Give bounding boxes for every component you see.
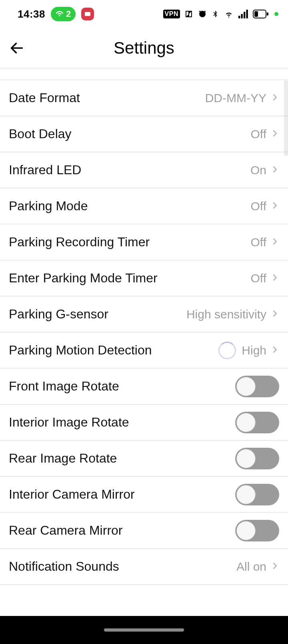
page-title: Settings bbox=[114, 38, 174, 58]
svg-rect-5 bbox=[267, 12, 268, 16]
status-time: 14:38 bbox=[18, 8, 45, 20]
nav-handle[interactable] bbox=[104, 628, 184, 632]
vpn-badge: VPN bbox=[163, 10, 180, 18]
toggle-rear_mirror[interactable] bbox=[235, 520, 279, 541]
chevron-right-icon bbox=[270, 235, 279, 250]
setting-row-parking_motion[interactable]: Parking Motion DetectionHigh bbox=[0, 332, 288, 368]
toggle-knob bbox=[236, 485, 256, 504]
setting-label: Enter Parking Mode Timer bbox=[9, 271, 251, 286]
setting-label: Interior Image Rotate bbox=[9, 415, 235, 430]
wifi-icon bbox=[223, 10, 234, 18]
app-header: Settings bbox=[0, 28, 288, 68]
signal-icon bbox=[238, 10, 249, 18]
chevron-right-icon bbox=[270, 343, 279, 358]
setting-value: All on bbox=[236, 560, 266, 574]
setting-row-interior_mirror[interactable]: Interior Camera Mirror bbox=[0, 477, 288, 513]
setting-row-infrared_led[interactable]: Infrared LEDOn bbox=[0, 152, 288, 188]
toggle-interior_mirror[interactable] bbox=[235, 484, 279, 505]
setting-value: Off bbox=[251, 272, 266, 285]
chevron-right-icon bbox=[270, 271, 279, 286]
chevron-right-icon bbox=[270, 127, 279, 142]
settings-list[interactable]: Date FormatDD-MM-YYBoot DelayOffInfrared… bbox=[0, 68, 288, 616]
setting-label: Parking Mode bbox=[9, 199, 251, 213]
status-bar: 14:38 2 VPN bbox=[0, 0, 288, 28]
system-nav-bar bbox=[0, 616, 288, 644]
svg-rect-6 bbox=[254, 11, 258, 17]
setting-label: Boot Delay bbox=[9, 127, 251, 141]
setting-label: Parking Motion Detection bbox=[9, 343, 218, 358]
setting-label: Parking Recording Timer bbox=[9, 235, 251, 250]
arrow-left-icon bbox=[9, 40, 25, 56]
setting-label: Rear Camera Mirror bbox=[9, 523, 235, 538]
setting-value: High sensitivity bbox=[186, 308, 266, 321]
screen-record-badge bbox=[81, 8, 94, 20]
setting-value: High bbox=[242, 344, 266, 357]
setting-label: Interior Camera Mirror bbox=[9, 487, 235, 502]
setting-row-rear_rotate[interactable]: Rear Image Rotate bbox=[0, 441, 288, 477]
chevron-right-icon bbox=[270, 307, 279, 322]
setting-row-date_format[interactable]: Date FormatDD-MM-YY bbox=[0, 80, 288, 116]
setting-label: Notification Sounds bbox=[9, 559, 236, 574]
scrollbar-thumb[interactable] bbox=[284, 80, 288, 156]
toggle-knob bbox=[236, 449, 256, 468]
setting-row-parking_gsensor[interactable]: Parking G-sensorHigh sensitivity bbox=[0, 296, 288, 332]
setting-value: Off bbox=[251, 199, 266, 213]
loading-spinner-icon bbox=[218, 342, 236, 359]
setting-row-interior_rotate[interactable]: Interior Image Rotate bbox=[0, 405, 288, 441]
setting-row-parking_mode[interactable]: Parking ModeOff bbox=[0, 188, 288, 224]
setting-label: Front Image Rotate bbox=[9, 379, 235, 394]
setting-label: Rear Image Rotate bbox=[9, 451, 235, 466]
toggle-rear_rotate[interactable] bbox=[235, 448, 279, 469]
hotspot-badge: 2 bbox=[51, 7, 76, 21]
setting-value: DD-MM-YY bbox=[205, 91, 266, 105]
hotspot-count: 2 bbox=[66, 9, 71, 19]
setting-row-parking_rec_timer[interactable]: Parking Recording TimerOff bbox=[0, 224, 288, 260]
setting-label: Parking G-sensor bbox=[9, 307, 186, 322]
toggle-interior_rotate[interactable] bbox=[235, 412, 279, 433]
setting-label: Date Format bbox=[9, 91, 205, 105]
battery-icon bbox=[253, 10, 269, 18]
list-scroll-gap bbox=[0, 68, 288, 80]
setting-row-front_rotate[interactable]: Front Image Rotate bbox=[0, 368, 288, 405]
toggle-knob bbox=[236, 521, 256, 540]
setting-value: Off bbox=[251, 127, 266, 141]
privacy-dot-icon bbox=[274, 12, 278, 16]
setting-row-boot_delay[interactable]: Boot DelayOff bbox=[0, 116, 288, 152]
svg-rect-3 bbox=[246, 10, 248, 18]
nfc-icon bbox=[184, 9, 194, 19]
chevron-right-icon bbox=[270, 163, 279, 178]
hotspot-icon bbox=[56, 10, 64, 18]
status-right: VPN bbox=[163, 9, 278, 19]
toggle-front_rotate[interactable] bbox=[235, 376, 279, 397]
chevron-right-icon bbox=[270, 559, 279, 574]
toggle-knob bbox=[236, 377, 256, 396]
toggle-knob bbox=[236, 413, 256, 432]
alarm-icon bbox=[198, 9, 207, 19]
chevron-right-icon bbox=[270, 199, 279, 214]
setting-row-rear_mirror[interactable]: Rear Camera Mirror bbox=[0, 513, 288, 549]
setting-value: Off bbox=[251, 235, 266, 249]
svg-rect-1 bbox=[241, 14, 243, 18]
svg-rect-2 bbox=[244, 12, 245, 18]
bluetooth-icon bbox=[211, 9, 219, 19]
back-button[interactable] bbox=[7, 38, 26, 58]
chevron-right-icon bbox=[270, 91, 279, 106]
svg-rect-0 bbox=[238, 16, 240, 18]
setting-label: Infrared LED bbox=[9, 163, 250, 177]
status-left: 14:38 2 bbox=[18, 7, 94, 21]
setting-value: On bbox=[250, 163, 266, 177]
setting-row-enter_parking[interactable]: Enter Parking Mode TimerOff bbox=[0, 260, 288, 296]
setting-row-notif_sounds[interactable]: Notification SoundsAll on bbox=[0, 549, 288, 585]
